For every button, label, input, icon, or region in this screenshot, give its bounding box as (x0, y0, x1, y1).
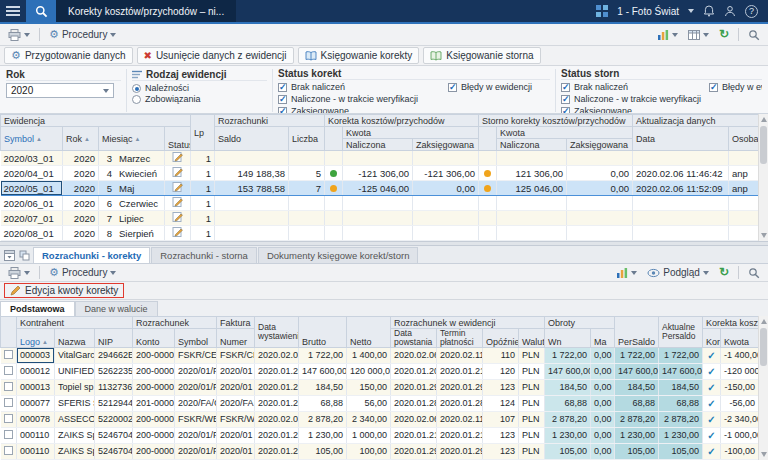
cell-nazwa[interactable]: VitalGarc (55, 347, 95, 363)
cell-lp[interactable]: 1 (191, 166, 215, 181)
col-korekta-status[interactable] (325, 127, 343, 151)
cell-nazwa[interactable]: ASSECO (55, 411, 95, 427)
cell-nip[interactable]: 5220002 (95, 411, 133, 427)
cell-data-powstania[interactable]: 2020.01.29 (391, 443, 437, 459)
cell-storno-zaksiegowana[interactable] (567, 151, 633, 166)
korekta-checkbox[interactable]: ✓ (703, 427, 721, 443)
quick-search-button[interactable] (744, 28, 764, 42)
cell-storno-naliczona[interactable]: 121 306,00 (497, 166, 567, 181)
cell-aktualne-persaldo[interactable]: 2 878,20 (659, 411, 703, 427)
col-storno-status[interactable] (479, 127, 497, 151)
col-korekta[interactable]: Korekta (703, 329, 721, 348)
cell-miesiac[interactable]: 3Marzec (99, 151, 165, 166)
cell-lp[interactable]: 1 (191, 196, 215, 211)
cell-ma[interactable]: 0,00 (591, 379, 615, 395)
storno-status-dot[interactable] (479, 211, 497, 226)
group-korekta[interactable]: Korekta kosztów/przychodów (325, 115, 479, 127)
cell-nazwa[interactable]: SFERIS S (55, 395, 95, 411)
cell-netto[interactable]: 1 400,00 (347, 347, 391, 363)
cell-opoznienie[interactable]: 120 (483, 363, 519, 379)
storno-status-dot[interactable] (479, 151, 497, 166)
chevron-down-icon[interactable] (688, 9, 694, 13)
storno-status-dot[interactable] (479, 166, 497, 181)
cell-waluta[interactable]: PLN (519, 347, 545, 363)
checkbox-storn-brak-naliczen[interactable]: Brak naliczeń (561, 82, 701, 93)
detail-row[interactable]: 000077SFERIS S5212944201-00002020/FA/C20… (1, 395, 759, 411)
cell-kwota[interactable]: -100,00 (721, 443, 759, 459)
korekta-checkbox[interactable]: ✓ (703, 363, 721, 379)
cell-brutto[interactable]: 1 722,00 (299, 347, 347, 363)
cell-miesiac[interactable]: 5Maj (99, 181, 165, 196)
cell-ma[interactable]: 0,00 (591, 363, 615, 379)
col-nazwa[interactable]: Nazwa (55, 329, 95, 348)
col-naliczona[interactable]: Naliczona (497, 139, 567, 151)
cell-naliczona[interactable] (343, 226, 413, 241)
detail-row[interactable]: 000012UNIFIED5262235200-00002020/01/F202… (1, 363, 759, 379)
evidence-row[interactable]: 2020/06_0120206Czerwiec1 (1, 196, 759, 211)
col-symbol[interactable]: Symbol▲ (1, 127, 63, 151)
group-ewidencja[interactable]: Ewidencja (1, 115, 191, 127)
cell-osoba[interactable]: anp (729, 166, 759, 181)
korekta-status-dot[interactable] (325, 151, 343, 166)
cell-liczba[interactable] (289, 196, 325, 211)
korekta-checkbox[interactable]: ✓ (703, 379, 721, 395)
cell-naliczona[interactable]: -125 046,00 (343, 181, 413, 196)
cell-data-wystawienia[interactable]: 2020.01.28 (255, 395, 299, 411)
cell-waluta[interactable]: PLN (519, 427, 545, 443)
cell-aktualne-persaldo[interactable]: 147 600,00 (659, 363, 703, 379)
evidence-row[interactable]: 2020/08_0120208Sierpień1 (1, 226, 759, 241)
user-icon[interactable] (724, 5, 736, 17)
cell-data-powstania[interactable]: 2020.01.21 (391, 427, 437, 443)
col-wn[interactable]: Wn (545, 329, 591, 348)
storno-status-dot[interactable] (479, 196, 497, 211)
cell-waluta[interactable]: PLN (519, 443, 545, 459)
cell-zaksiegowana[interactable] (413, 196, 479, 211)
col-numer[interactable]: Numer (217, 329, 255, 348)
cell-data-aktualizacji[interactable] (633, 196, 729, 211)
col-kwota[interactable]: Kwota (497, 127, 633, 139)
cell-persaldo[interactable]: 68,88 (615, 395, 659, 411)
cell-symbol[interactable]: 2020/01/F (175, 379, 217, 395)
cell-storno-zaksiegowana[interactable] (567, 211, 633, 226)
detail-row[interactable]: 000110ZAIKS Sp5246704200-00002020/01/F20… (1, 427, 759, 443)
cell-saldo[interactable] (215, 151, 289, 166)
cell-saldo[interactable]: 149 188,38 (215, 166, 289, 181)
cell-brutto[interactable]: 2 878,20 (299, 411, 347, 427)
cell-data-powstania[interactable]: 2020.01.29 (391, 379, 437, 395)
cell-nazwa[interactable]: ZAIKS Sp (55, 443, 95, 459)
cell-termin-platnosci[interactable]: 2020.01.28 (437, 395, 483, 411)
cell-zaksiegowana[interactable] (413, 226, 479, 241)
cell-opoznienie[interactable]: 110 (483, 347, 519, 363)
cell-symbol[interactable]: 2020/01/F (175, 363, 217, 379)
tab-dane-w-walucie[interactable]: Dane w walucie (75, 301, 158, 316)
cell-netto[interactable]: 100,00 (347, 443, 391, 459)
cell-storno-naliczona[interactable] (497, 226, 567, 241)
col-aktualne-persaldo[interactable]: Aktualne Persaldo (659, 317, 703, 348)
cell-storno-zaksiegowana[interactable]: 0,00 (567, 166, 633, 181)
cell-konto[interactable]: 200-0000 (133, 411, 175, 427)
cell-data-wystawienia[interactable]: 2020.01.20 (255, 363, 299, 379)
cell-naliczona[interactable] (343, 211, 413, 226)
korekta-status-dot[interactable] (325, 211, 343, 226)
cell-termin-platnosci[interactable]: 2020.01.29 (437, 443, 483, 459)
cell-aktualne-persaldo[interactable]: 1 230,00 (659, 427, 703, 443)
procedures-button[interactable]: ⚙ Procedury (45, 28, 120, 41)
cell-kwota[interactable]: -150,00 (721, 379, 759, 395)
cell-nazwa[interactable]: ZAIKS Sp (55, 427, 95, 443)
cell-zaksiegowana[interactable] (413, 151, 479, 166)
cell-konto[interactable]: 200-0000 (133, 347, 175, 363)
col-data-powstania[interactable]: Data powstania (391, 329, 437, 348)
cell-kwota[interactable]: -1 000,00 (721, 427, 759, 443)
cell-osoba[interactable] (729, 211, 759, 226)
col-persaldo[interactable]: PerSaldo (615, 317, 659, 348)
checkbox-storn-zaksiegowane[interactable]: Zaksięgowane (561, 106, 701, 113)
cell-zaksiegowana[interactable]: -121 306,00 (413, 166, 479, 181)
tab-rozrachunki-storna[interactable]: Rozrachunki - storna (151, 247, 257, 263)
cell-rok[interactable]: 2020 (63, 151, 99, 166)
book-storno-button[interactable]: Księgowanie storna (423, 47, 540, 64)
cell-waluta[interactable]: PLN (519, 395, 545, 411)
cell-brutto[interactable]: 184,50 (299, 379, 347, 395)
evidence-row[interactable]: 2020/07_0120207Lipiec1 (1, 211, 759, 226)
cell-termin-platnosci[interactable]: 2020.01.21 (437, 363, 483, 379)
cell-wn[interactable]: 1 722,00 (545, 347, 591, 363)
